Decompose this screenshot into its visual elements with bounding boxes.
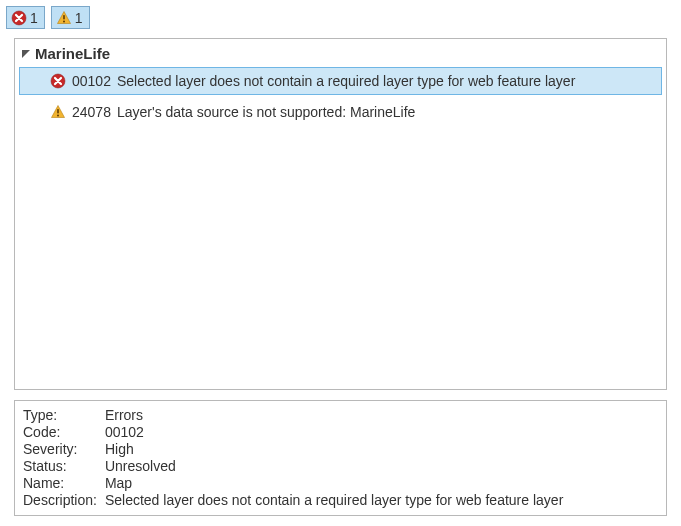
detail-label-name: Name: (23, 475, 105, 492)
detail-label-code: Code: (23, 424, 105, 441)
detail-value-severity: High (105, 441, 563, 458)
detail-value-description: Selected layer does not contain a requir… (105, 492, 563, 509)
filter-errors-button[interactable]: 1 (6, 6, 45, 29)
warning-icon (50, 104, 66, 120)
group-header-marinelife[interactable]: MarineLife (15, 43, 666, 64)
group-title: MarineLife (35, 45, 110, 62)
detail-value-code: 00102 (105, 424, 563, 441)
message-code: 00102 (72, 73, 111, 89)
svg-point-5 (57, 114, 59, 116)
detail-value-name: Map (105, 475, 563, 492)
message-text: Selected layer does not contain a requir… (117, 73, 575, 89)
error-icon (11, 10, 27, 26)
messages-tree: MarineLife 00102 Selected layer does not… (14, 38, 667, 390)
detail-label-description: Description: (23, 492, 105, 509)
message-row[interactable]: 24078 Layer's data source is not support… (19, 98, 662, 126)
message-code: 24078 (72, 104, 111, 120)
detail-label-type: Type: (23, 407, 105, 424)
filter-bar: 1 1 (0, 6, 681, 36)
analyzer-pane: 1 1 MarineLife (0, 0, 681, 526)
details-panel: Type: Errors Code: 00102 Severity: High … (14, 400, 667, 516)
filter-warnings-button[interactable]: 1 (51, 6, 90, 29)
detail-value-type: Errors (105, 407, 563, 424)
svg-point-2 (63, 20, 65, 22)
message-row[interactable]: 00102 Selected layer does not contain a … (19, 67, 662, 95)
filter-warnings-count: 1 (75, 10, 83, 26)
message-text: Layer's data source is not supported: Ma… (117, 104, 415, 120)
warning-icon (56, 10, 72, 26)
error-icon (50, 73, 66, 89)
detail-value-status: Unresolved (105, 458, 563, 475)
detail-label-status: Status: (23, 458, 105, 475)
filter-errors-count: 1 (30, 10, 38, 26)
svg-rect-1 (63, 15, 65, 20)
collapse-triangle-icon (21, 49, 31, 59)
detail-label-severity: Severity: (23, 441, 105, 458)
svg-rect-4 (57, 109, 59, 114)
